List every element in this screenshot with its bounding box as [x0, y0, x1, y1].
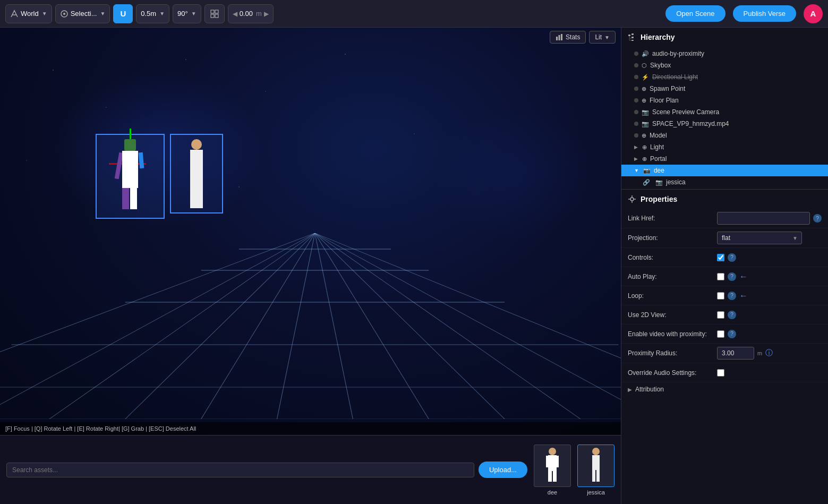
- hierarchy-item-portal[interactable]: ▶ ⊕ Portal: [621, 153, 828, 165]
- svg-rect-5: [211, 14, 214, 18]
- asset-dee-label: dee: [548, 489, 557, 496]
- prop-row-link-href: Link Href: ?: [621, 209, 828, 228]
- projection-select[interactable]: flat 360 180: [717, 232, 802, 244]
- viewport-canvas[interactable]: [F] Focus | [Q] Rotate Left | [E] Rotate…: [0, 28, 621, 435]
- controls-checkbox[interactable]: [717, 254, 724, 261]
- hierarchy-section: Hierarchy 🔊 audio-by-proximity ⬡ Skybox: [621, 28, 828, 190]
- angle-group[interactable]: 90° ▼: [173, 4, 201, 23]
- world-arrow: ▼: [42, 11, 47, 16]
- character-jessica-figure: [186, 139, 207, 208]
- link-href-input[interactable]: [717, 212, 810, 225]
- model-label: Model: [650, 132, 822, 139]
- loop-help[interactable]: ?: [728, 292, 736, 300]
- lit-button[interactable]: Lit ▼: [589, 31, 616, 44]
- grid-icon: [210, 10, 219, 18]
- svg-rect-31: [556, 456, 559, 467]
- svg-rect-32: [548, 471, 552, 482]
- publish-verse-button[interactable]: Publish Verse: [733, 5, 797, 22]
- hierarchy-item-audio[interactable]: 🔊 audio-by-proximity: [621, 48, 828, 59]
- attribution-row[interactable]: ▶ Attribution: [621, 382, 828, 396]
- spawn-label: Spawn Point: [650, 85, 822, 92]
- asset-jessica-thumb: [577, 445, 614, 487]
- controls-help[interactable]: ?: [728, 253, 736, 262]
- hierarchy-item-jessica[interactable]: 🔗 📷 jessica: [621, 176, 828, 188]
- attribution-label: Attribution: [635, 386, 664, 393]
- loop-checkbox[interactable]: [717, 292, 724, 300]
- properties-header: Properties: [621, 190, 828, 209]
- proximity-radius-input[interactable]: [717, 347, 754, 360]
- stats-button[interactable]: Stats: [550, 31, 586, 44]
- override-audio-checkbox[interactable]: [717, 369, 724, 377]
- audio-label: audio-by-proximity: [652, 50, 822, 57]
- video-icon: 📷: [642, 121, 649, 127]
- dee-icon: 📷: [643, 167, 651, 174]
- u-button[interactable]: U: [113, 4, 133, 23]
- hierarchy-item-dee[interactable]: ▼ 📷 dee: [621, 165, 828, 176]
- angle-arrow: ▼: [191, 11, 197, 16]
- hierarchy-item-dlight[interactable]: ⚡ Directional Light: [621, 71, 828, 83]
- selection-group[interactable]: Selecti... ▼: [55, 4, 110, 23]
- grid-button[interactable]: [204, 4, 225, 23]
- svg-rect-6: [215, 14, 218, 18]
- transform-mode-group[interactable]: World ▼: [5, 4, 52, 23]
- svg-line-14: [201, 233, 315, 419]
- hierarchy-item-video[interactable]: 📷 SPACE_VP9_hnmzyd.mp4: [621, 118, 828, 130]
- svg-point-34: [592, 448, 600, 455]
- distance-arrow: ▼: [159, 11, 165, 16]
- search-area: Upload...: [6, 462, 527, 478]
- value-label: 0.00: [240, 10, 253, 18]
- open-scene-button[interactable]: Open Scene: [665, 5, 725, 22]
- override-audio-value: [717, 369, 822, 377]
- search-input[interactable]: [6, 463, 474, 477]
- use-2d-view-checkbox[interactable]: [717, 311, 724, 319]
- enable-video-help[interactable]: ?: [728, 330, 736, 338]
- u-icon: U: [120, 9, 126, 18]
- jessica-icon: 📷: [655, 179, 663, 186]
- projection-value: flat 360 180 ▼: [717, 232, 822, 244]
- angle-label: 90°: [177, 10, 188, 18]
- character-dee-card[interactable]: [96, 134, 165, 219]
- enable-video-checkbox[interactable]: [717, 330, 724, 338]
- use-2d-view-help[interactable]: ?: [728, 311, 736, 319]
- svg-rect-9: [561, 34, 562, 40]
- prop-row-enable-video: Enable video with proximity: ?: [621, 324, 828, 344]
- svg-rect-4: [215, 10, 218, 13]
- char-head: [124, 139, 136, 151]
- hierarchy-item-floor[interactable]: ⊕ Floor Plan: [621, 95, 828, 106]
- character-jessica-card[interactable]: [170, 134, 223, 213]
- prop-row-controls: Controls: ?: [621, 248, 828, 267]
- auto-play-help[interactable]: ?: [728, 272, 736, 281]
- hierarchy-item-camera[interactable]: 📷 Scene Preview Camera: [621, 106, 828, 118]
- shortcuts-bar: [F] Focus | [Q] Rotate Left | [E] Rotate…: [0, 422, 621, 435]
- skybox-icon: ⬡: [642, 62, 647, 69]
- nebula-2: [435, 107, 594, 240]
- svg-line-20: [315, 233, 621, 419]
- hierarchy-item-model[interactable]: ⊕ Model: [621, 130, 828, 141]
- search-row: Upload...: [6, 462, 527, 478]
- hierarchy-item-skybox[interactable]: ⬡ Skybox: [621, 59, 828, 71]
- light-expand-arrow: ▶: [634, 144, 638, 150]
- hierarchy-item-spawn[interactable]: ⊕ Spawn Point: [621, 83, 828, 95]
- distance-group[interactable]: 0.5m ▼: [136, 4, 169, 23]
- svg-rect-38: [628, 35, 630, 36]
- expand-dot-3: [634, 75, 638, 79]
- jessica-label: jessica: [666, 178, 822, 186]
- avatar[interactable]: A: [804, 4, 823, 23]
- link-href-help[interactable]: ?: [813, 214, 822, 223]
- proximity-radius-help[interactable]: ⓘ: [765, 348, 773, 358]
- attribution-arrow: ▶: [628, 387, 632, 392]
- upload-button[interactable]: Upload...: [479, 462, 527, 478]
- skybox-label: Skybox: [650, 62, 822, 69]
- distance-label: 0.5m: [141, 10, 156, 18]
- asset-jessica[interactable]: jessica: [577, 445, 614, 496]
- use-2d-view-label: Use 2D View:: [628, 311, 713, 319]
- viewport-top-bar: Stats Lit ▼: [0, 28, 621, 47]
- value-group[interactable]: ◀ 0.00 m ▶: [228, 4, 274, 23]
- hierarchy-item-light[interactable]: ▶ ⊕ Light: [621, 141, 828, 153]
- svg-rect-3: [211, 10, 214, 13]
- auto-play-checkbox[interactable]: [717, 273, 724, 280]
- controls-label: Controls:: [628, 254, 713, 261]
- prop-row-2d-view: Use 2D View: ?: [621, 305, 828, 324]
- world-label: World: [21, 10, 39, 18]
- asset-dee[interactable]: dee: [534, 445, 571, 496]
